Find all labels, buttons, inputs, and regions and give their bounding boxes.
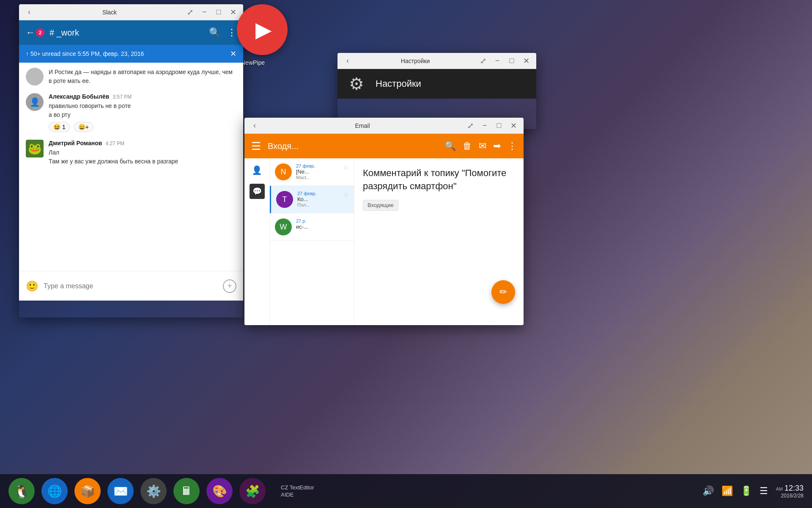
settings-window-title: Настройки — [356, 58, 475, 64]
taskbar-system-tray: 🔊 📶 🔋 ☰ AM 12:33 2016/2/28 — [702, 484, 804, 499]
email-list-item[interactable]: N 27 февр. [Ne... Масt... ☆ — [270, 158, 354, 186]
email-delete-icon[interactable]: 🗑 — [463, 141, 472, 152]
taskbar: 🐧 🌐 📦 ✉️ ⚙️ 🖩 🎨 🧩 CZ — [0, 474, 812, 508]
email-body: 👤 💬 N 27 февр. [Ne... Масt... ☆ T 27 фев… — [244, 158, 524, 325]
taskbar-app-calculator[interactable]: 🖩 — [173, 478, 200, 504]
email-item-1-preview: Масt... — [296, 175, 339, 180]
email-close-btn[interactable]: ✕ — [508, 120, 519, 132]
email-compose-fab[interactable]: ✏ — [491, 280, 515, 304]
slack-app-header: ← 2 # _work 🔍 ⋮ — [19, 20, 243, 45]
email-sidebar-msg-icon[interactable]: 💬 — [250, 184, 265, 199]
newpipe-fab[interactable]: ▶ — [237, 4, 288, 55]
email-list-item-3[interactable]: W 27 р. ис-... — [270, 213, 354, 241]
date-display: 2016/2/28 — [776, 493, 804, 499]
unread-notification: ↑ 50+ unread since 5:55 PM, февр. 23, 20… — [19, 45, 243, 63]
channel-name[interactable]: # _work — [49, 28, 204, 38]
message-body-dmitriy: Дмитрий Романов 4:27 PM Лал Там же у вас… — [49, 140, 236, 166]
slack-back-btn[interactable]: ‹ — [23, 6, 35, 18]
wifi-icon[interactable]: 📶 — [721, 486, 733, 497]
email-list-item-selected[interactable]: T 27 февр. Ко... Пол... ☆ — [270, 186, 354, 213]
email-action-icons: 🔍 🗑 ✉ ➡ ⋮ — [444, 141, 517, 152]
email-back-btn[interactable]: ‹ — [249, 120, 261, 132]
email-search-icon[interactable]: 🔍 — [444, 141, 456, 152]
taskbar-app-browser[interactable]: 🌐 — [41, 478, 68, 504]
star-icon-2[interactable]: ☆ — [343, 191, 349, 199]
taskbar-app-camera[interactable]: 🎨 — [206, 478, 233, 504]
email-minimize-btn[interactable]: − — [479, 120, 491, 132]
taskbar-app-manjaro[interactable]: 🐧 — [8, 478, 35, 504]
slack-minimize-btn[interactable]: − — [198, 6, 210, 18]
message-row-alex: 👤 Александр Бобылёв 3:57 PM правильно го… — [26, 93, 236, 132]
email-expand-btn[interactable]: ⤢ — [464, 120, 476, 132]
system-clock: AM 12:33 2016/2/28 — [776, 484, 804, 499]
taskbar-app-files[interactable]: 📦 — [74, 478, 101, 504]
email-item-2-preview: Пол... — [297, 202, 339, 207]
email-item-3-date: 27 р. — [296, 218, 349, 224]
emoji-add-btn[interactable]: 😄+ — [74, 122, 93, 132]
email-menu-icon[interactable]: ☰ — [251, 140, 261, 153]
calculator-icon: 🖩 — [173, 478, 200, 504]
slack-taskbar-icon: 🧩 — [239, 478, 266, 504]
volume-icon[interactable]: 🔊 — [702, 486, 714, 497]
emoji-laugh-btn[interactable]: 😆 1 — [49, 122, 70, 132]
play-icon: ▶ — [255, 17, 272, 42]
notification-text: ↑ 50+ unread since 5:55 PM, февр. 23, 20… — [26, 50, 144, 57]
message-input-bar: 🙂 + — [19, 271, 243, 301]
settings-expand-btn[interactable]: ⤢ — [477, 55, 489, 67]
email-item-3-info: 27 р. ис-... — [296, 218, 349, 230]
message-text-dmitriy-1: Лал — [49, 148, 236, 157]
star-icon-1[interactable]: ☆ — [343, 163, 349, 171]
emoji-picker-icon[interactable]: 🙂 — [26, 280, 38, 292]
message-text-prev: И Ростик да — наряды в автопарке на аэро… — [49, 68, 236, 86]
message-input[interactable] — [44, 282, 218, 290]
email-sidebar-unknown-icon[interactable]: 👤 — [252, 165, 262, 175]
settings-taskbar-icon: ⚙️ — [140, 478, 167, 504]
more-icon[interactable]: ⋮ — [227, 27, 236, 38]
settings-back-btn[interactable]: ‹ — [342, 55, 354, 67]
email-titlebar: ‹ Email ⤢ − □ ✕ — [244, 118, 524, 134]
slack-channel-back[interactable]: ← 2 — [26, 27, 44, 38]
email-forward-icon[interactable]: ➡ — [493, 141, 501, 152]
avatar-alex: 👤 — [26, 93, 44, 111]
messages-list: И Ростик да — наряды в автопарке на аэро… — [19, 63, 243, 271]
taskbar-texteditor-label[interactable]: CZ TextEditor — [281, 484, 314, 491]
slack-window: ‹ Slack ⤢ − □ ✕ ← 2 # _work 🔍 ⋮ ↑ 50+ un… — [19, 4, 243, 318]
emoji-reactions: 😆 1 😄+ — [49, 122, 236, 132]
email-sidebar-icons: 👤 💬 — [244, 158, 270, 325]
taskbar-app-email[interactable]: ✉️ — [107, 478, 134, 504]
settings-titlebar: ‹ Настройки ⤢ − □ ✕ — [337, 53, 536, 69]
email-item-2-date: 27 февр. — [297, 191, 339, 196]
manjaro-icon: 🐧 — [8, 478, 35, 504]
menu-lines-icon[interactable]: ☰ — [760, 486, 768, 497]
email-item-1-info: 27 февр. [Ne... Масt... — [296, 163, 339, 180]
message-row-dmitriy: 🐸 Дмитрий Романов 4:27 PM Лал Там же у в… — [26, 140, 236, 166]
pencil-icon: ✏ — [499, 287, 507, 298]
email-more-icon[interactable]: ⋮ — [508, 141, 517, 152]
email-window: ‹ Email ⤢ − □ ✕ ☰ Входя... 🔍 🗑 ✉ ➡ ⋮ 👤 💬… — [244, 118, 524, 325]
email-item-1-sender: [Ne... — [296, 168, 339, 175]
taskbar-app-slack[interactable]: 🧩 — [239, 478, 266, 504]
email-compose-icon[interactable]: ✉ — [479, 141, 486, 152]
taskbar-app-settings[interactable]: ⚙️ — [140, 478, 167, 504]
taskbar-aide-label[interactable]: AIDE — [281, 491, 294, 498]
notification-close-icon[interactable]: ✕ — [230, 49, 236, 58]
unread-badge: 2 — [36, 28, 44, 37]
settings-minimize-btn[interactable]: − — [491, 55, 503, 67]
attachment-btn[interactable]: + — [223, 279, 236, 293]
slack-window-title: Slack — [38, 9, 181, 16]
slack-expand-btn[interactable]: ⤢ — [184, 6, 196, 18]
settings-close-btn[interactable]: ✕ — [520, 55, 532, 67]
settings-gear-icon: ⚙ — [346, 73, 367, 94]
message-text-alex-2: а во рту — [49, 110, 236, 119]
avatar-alex-img: 👤 — [26, 93, 44, 111]
slack-maximize-btn[interactable]: □ — [213, 6, 225, 18]
settings-maximize-btn[interactable]: □ — [506, 55, 518, 67]
message-text-alex-1: правильно говорить не в роте — [49, 102, 236, 110]
email-maximize-btn[interactable]: □ — [493, 120, 505, 132]
battery-icon[interactable]: 🔋 — [741, 486, 752, 497]
avatar-dmitriy: 🐸 — [26, 140, 44, 157]
slack-close-btn[interactable]: ✕ — [227, 6, 239, 18]
camera-icon: 🎨 — [206, 478, 233, 504]
search-icon[interactable]: 🔍 — [209, 27, 220, 38]
newpipe-label: NewPipe — [241, 59, 265, 66]
